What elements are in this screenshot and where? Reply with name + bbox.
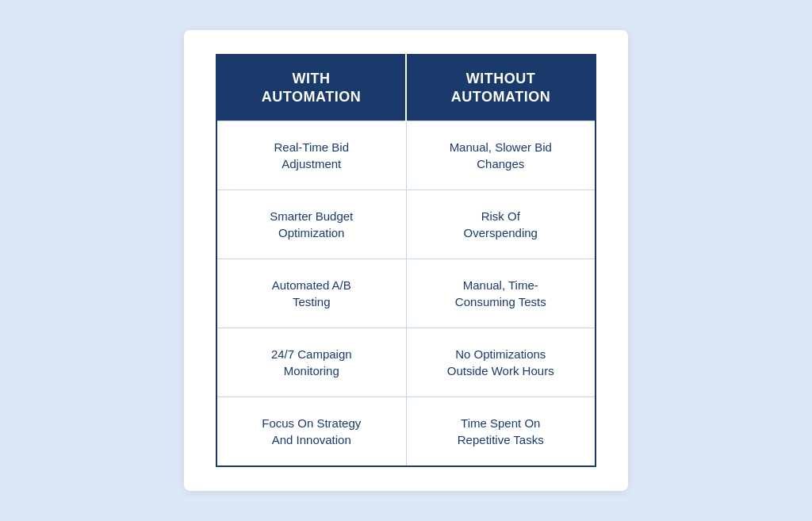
row-5-without: Time Spent OnRepetitive Tasks [406, 397, 596, 467]
row-4-without: No OptimizationsOutside Work Hours [406, 328, 596, 397]
table-row: 24/7 CampaignMonitoringNo OptimizationsO… [216, 328, 596, 397]
row-3-with: Automated A/BTesting [216, 259, 406, 328]
table-row: Focus On StrategyAnd InnovationTime Spen… [216, 397, 596, 467]
row-1-without: Manual, Slower BidChanges [406, 121, 596, 190]
row-1-with: Real-Time BidAdjustment [216, 121, 406, 190]
row-3-without: Manual, Time-Consuming Tests [406, 259, 596, 328]
row-4-with: 24/7 CampaignMonitoring [216, 328, 406, 397]
comparison-table: WITHAUTOMATION WITHOUTAUTOMATION Real-Ti… [216, 54, 596, 468]
header-with-automation: WITHAUTOMATION [216, 55, 406, 121]
row-2-without: Risk OfOverspending [406, 190, 596, 259]
table-row: Real-Time BidAdjustmentManual, Slower Bi… [216, 121, 596, 190]
table-row: Automated A/BTestingManual, Time-Consumi… [216, 259, 596, 328]
row-2-with: Smarter BudgetOptimization [216, 190, 406, 259]
table-row: Smarter BudgetOptimizationRisk OfOverspe… [216, 190, 596, 259]
row-5-with: Focus On StrategyAnd Innovation [216, 397, 406, 467]
header-without-automation: WITHOUTAUTOMATION [406, 55, 596, 121]
comparison-card: WITHAUTOMATION WITHOUTAUTOMATION Real-Ti… [184, 30, 628, 492]
